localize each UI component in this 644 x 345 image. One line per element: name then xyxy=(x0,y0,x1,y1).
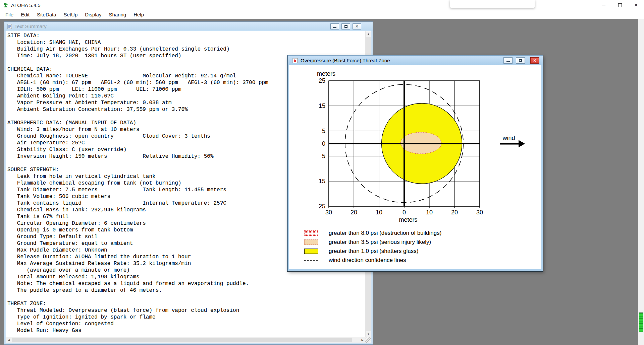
legend-swatch-dashed-line xyxy=(304,260,318,261)
restore-icon xyxy=(618,3,622,7)
svg-text:meters: meters xyxy=(317,70,335,77)
svg-text:10: 10 xyxy=(376,209,382,216)
app-minimize-button[interactable]: ─ xyxy=(596,0,612,10)
svg-text:20: 20 xyxy=(351,209,357,216)
close-icon: ✕ xyxy=(533,59,536,63)
maximize-icon xyxy=(344,25,347,28)
svg-text:30: 30 xyxy=(476,209,483,216)
app-vertical-scrollbar[interactable]: ▲ xyxy=(638,10,644,345)
menu-item-edit[interactable]: Edit xyxy=(17,11,33,18)
scroll-down-button[interactable]: ▼ xyxy=(366,331,371,337)
text-summary-titlebar[interactable]: Text Summary ✕ xyxy=(4,22,373,31)
legend-label: greater than 8.0 psi (destruction of bui… xyxy=(329,230,441,236)
scroll-up-button[interactable]: ▲ xyxy=(366,31,371,37)
legend-row: greater than 1.0 psi (shatters glass) xyxy=(304,247,441,256)
scroll-right-icon: ▶ xyxy=(361,339,363,342)
level-meter xyxy=(639,313,643,332)
threat-zone-window: Overpressure (Blast Force) Threat Zone ✕… xyxy=(287,55,543,271)
app-icon xyxy=(3,2,8,8)
threat-zone-plot-area: 302010010203025155051525metersmeterswind… xyxy=(289,65,541,269)
legend-swatch-red-hatch xyxy=(304,230,318,236)
threat-zone-window-controls: ✕ xyxy=(503,57,539,64)
menu-item-display[interactable]: Display xyxy=(82,11,105,18)
scroll-down-icon: ▼ xyxy=(367,333,370,336)
menu-item-help[interactable]: Help xyxy=(130,11,147,18)
maximize-icon xyxy=(519,59,522,62)
menu-item-file[interactable]: File xyxy=(2,11,17,18)
text-summary-close-button[interactable]: ✕ xyxy=(353,23,361,29)
svg-text:15: 15 xyxy=(319,178,325,185)
threat-zone-close-button[interactable]: ✕ xyxy=(530,57,539,64)
resize-grip[interactable] xyxy=(365,337,371,343)
legend-label: greater than 3.5 psi (serious injury lik… xyxy=(329,239,431,246)
threat-zone-legend: greater than 8.0 psi (destruction of bui… xyxy=(304,228,441,265)
menu-bar: FileEditSiteDataSetUpDisplaySharingHelp xyxy=(0,10,644,19)
legend-row: wind direction confidence lines xyxy=(304,256,441,265)
scroll-right-button[interactable]: ▶ xyxy=(360,337,365,343)
threat-zone-window-icon xyxy=(292,58,298,63)
svg-text:0: 0 xyxy=(322,140,325,147)
legend-swatch-orange-fill xyxy=(304,239,318,245)
threat-zone-title: Overpressure (Blast Force) Threat Zone xyxy=(301,58,390,63)
legend-swatch-yellow-fill xyxy=(304,249,318,254)
svg-text:wind: wind xyxy=(502,135,515,141)
text-summary-title: Text Summary xyxy=(14,23,47,29)
svg-text:meters: meters xyxy=(399,216,417,223)
menu-item-setup[interactable]: SetUp xyxy=(60,11,81,18)
threat-zone-minimize-button[interactable] xyxy=(503,57,513,64)
svg-text:20: 20 xyxy=(451,209,458,216)
minimize-icon: ─ xyxy=(602,2,605,8)
app-title: ALOHA 5.4.5 xyxy=(11,2,41,8)
svg-text:5: 5 xyxy=(322,153,325,159)
app-close-button[interactable]: ✕ xyxy=(628,0,644,10)
minimize-icon xyxy=(506,61,510,62)
scroll-up-icon: ▲ xyxy=(367,32,370,36)
app-maximize-button[interactable] xyxy=(612,0,628,10)
legend-label: wind direction confidence lines xyxy=(329,257,406,264)
svg-text:15: 15 xyxy=(319,102,325,109)
close-icon: ✕ xyxy=(355,24,359,28)
svg-text:25: 25 xyxy=(319,203,325,210)
horizontal-scroll-thumb[interactable] xyxy=(12,338,352,342)
legend-row: greater than 8.0 psi (destruction of bui… xyxy=(304,228,441,237)
svg-text:10: 10 xyxy=(426,209,433,216)
minimize-icon xyxy=(333,27,336,28)
text-summary-maximize-button[interactable] xyxy=(341,23,350,29)
overlay-panel xyxy=(450,0,535,8)
app-window-controls: ─ ✕ xyxy=(596,0,644,10)
text-summary-window-controls: ✕ xyxy=(330,23,361,29)
svg-text:30: 30 xyxy=(325,209,332,216)
text-summary-icon xyxy=(7,24,12,29)
scroll-left-icon: ◀ xyxy=(8,339,10,342)
text-summary-minimize-button[interactable] xyxy=(330,23,339,29)
svg-text:0: 0 xyxy=(402,209,406,216)
close-icon: ✕ xyxy=(634,2,638,8)
legend-row: greater than 3.5 psi (serious injury lik… xyxy=(304,237,441,247)
app-titlebar[interactable]: ALOHA 5.4.5 xyxy=(0,0,644,10)
threat-zone-titlebar[interactable]: Overpressure (Blast Force) Threat Zone ✕ xyxy=(288,56,543,65)
legend-label: greater than 1.0 psi (shatters glass) xyxy=(329,248,418,255)
menu-item-sharing[interactable]: Sharing xyxy=(105,11,129,18)
scroll-left-button[interactable]: ◀ xyxy=(6,337,12,343)
menu-item-sitedata[interactable]: SiteData xyxy=(34,11,60,18)
svg-text:5: 5 xyxy=(322,128,325,134)
svg-text:25: 25 xyxy=(319,77,325,84)
text-summary-horizontal-scrollbar[interactable]: ◀ ▶ xyxy=(6,337,365,343)
threat-zone-maximize-button[interactable] xyxy=(516,57,525,64)
